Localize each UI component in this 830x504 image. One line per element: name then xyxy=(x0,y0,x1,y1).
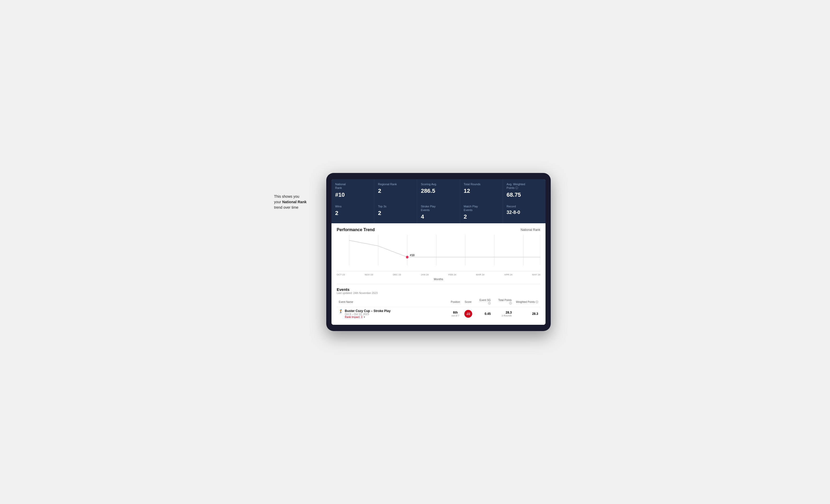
event-position: 6th out of 7 xyxy=(449,307,462,321)
rank-impact: Rank Impact: 3 ▼ xyxy=(345,316,390,318)
event-name-cell: 🏌️ Buster Cozy Cup – Stroke Play Oct 9 –… xyxy=(337,307,449,321)
content-area: Performance Trend National Rank xyxy=(331,223,545,325)
performance-chart: #10 xyxy=(337,235,540,271)
annotation-text: This shows you your National Rank trend … xyxy=(274,194,326,210)
performance-header: Performance Trend National Rank xyxy=(337,228,540,232)
stat-national-rank: NationalRank #10 xyxy=(331,179,374,201)
tablet-screen: NationalRank #10 Regional Rank 2 Scoring… xyxy=(331,179,545,325)
golf-icon: 🏌️ xyxy=(339,309,343,313)
col-weighted-points: Weighted Points ⓘ xyxy=(514,297,540,307)
page-wrapper: This shows you your National Rank trend … xyxy=(277,173,553,331)
events-title: Events xyxy=(337,287,540,292)
weighted-points: 28.3 xyxy=(514,307,540,321)
event-sg: 0.45 xyxy=(474,307,493,321)
svg-point-10 xyxy=(406,256,409,259)
stat-match-play: Match PlayEvents 2 xyxy=(460,201,503,224)
svg-text:#10: #10 xyxy=(410,254,414,257)
col-event-sg: Event SG ⓘ xyxy=(474,297,493,307)
stat-avg-weighted: Avg. WeightedPoints ⓘ 68.75 xyxy=(503,179,545,201)
events-table: Event Name Position Score Event SG ⓘ Tot… xyxy=(337,297,540,321)
col-score: Score xyxy=(462,297,474,307)
event-name-main: Buster Cozy Cup – Stroke Play xyxy=(345,309,390,313)
chart-svg: #10 xyxy=(337,235,540,271)
chart-x-title: Months xyxy=(337,277,540,281)
tablet-frame: NationalRank #10 Regional Rank 2 Scoring… xyxy=(326,173,551,331)
event-date: Oct 9 – Oct 10, 2023 xyxy=(345,313,390,316)
chart-right-label: National Rank xyxy=(521,228,540,232)
performance-title: Performance Trend xyxy=(337,228,375,232)
table-row: 🏌️ Buster Cozy Cup – Stroke Play Oct 9 –… xyxy=(337,307,540,321)
stat-regional-rank: Regional Rank 2 xyxy=(374,179,417,201)
stats-row-2: Wins 2 Top 3s 2 Stroke PlayEvents 4 Matc… xyxy=(331,201,545,224)
total-points: 28.3 3 Rounds xyxy=(493,307,514,321)
col-event-name: Event Name xyxy=(337,297,449,307)
events-last-updated: Last updated: 24th November 2023 xyxy=(337,292,540,295)
stat-stroke-play: Stroke PlayEvents 4 xyxy=(417,201,459,224)
stat-top3s: Top 3s 2 xyxy=(374,201,417,224)
stats-row-1: NationalRank #10 Regional Rank 2 Scoring… xyxy=(331,179,545,201)
score-badge: -22 xyxy=(464,310,472,318)
stat-wins: Wins 2 xyxy=(331,201,374,224)
event-score: -22 xyxy=(462,307,474,321)
stat-total-rounds: Total Rounds 12 xyxy=(460,179,503,201)
events-section: Events Last updated: 24th November 2023 … xyxy=(337,284,540,321)
col-position: Position xyxy=(449,297,462,307)
stat-record: Record 32-8-0 xyxy=(503,201,545,224)
col-total-points: Total Points ⓘ xyxy=(493,297,514,307)
stat-scoring-avg: Scoring Avg. 286.5 xyxy=(417,179,459,201)
chart-x-labels: OCT 23 NOV 23 DEC 23 JAN 24 FEB 24 MAR 2… xyxy=(337,272,540,277)
